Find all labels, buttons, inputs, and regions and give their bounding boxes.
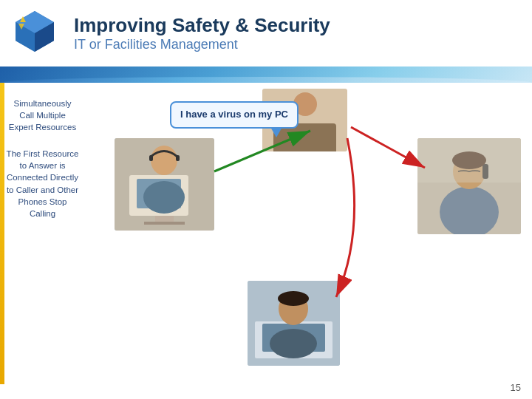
desk-person-image: [115, 138, 214, 231]
page-title: Improving Safety & Security: [74, 14, 330, 37]
sidebar-item-1: Simultaneously Call Multiple Expert Reso…: [6, 98, 79, 133]
svg-rect-20: [417, 138, 521, 183]
accent-bar: [0, 83, 4, 384]
svg-rect-13: [176, 155, 180, 161]
svg-point-26: [278, 291, 309, 306]
company-logo: [11, 7, 63, 59]
svg-rect-10: [144, 222, 185, 225]
speech-bubble: I have a virus on my PC: [170, 101, 299, 129]
diagram-area: I have a virus on my PC: [85, 83, 532, 384]
svg-point-14: [143, 181, 185, 214]
header-text: Improving Safety & Security IT or Facili…: [74, 14, 330, 52]
bottom-person-svg: [248, 281, 340, 366]
sidebar: Simultaneously Call Multiple Expert Reso…: [0, 83, 85, 384]
sidebar-item-2: The First Resource to Answer is Connecte…: [6, 148, 79, 219]
page-subtitle: IT or Facilities Management: [74, 37, 330, 52]
expert-image: [417, 138, 521, 234]
logo-icon: [11, 7, 59, 55]
main-content: Simultaneously Call Multiple Expert Reso…: [0, 83, 532, 384]
expert-svg: [417, 138, 521, 234]
svg-point-25: [270, 329, 317, 358]
desk-person-svg: [115, 138, 214, 231]
bottom-person-image: [248, 281, 340, 366]
svg-rect-12: [149, 155, 153, 161]
wave-divider: [0, 66, 532, 83]
page-number: 15: [511, 382, 521, 393]
svg-rect-9: [155, 216, 174, 222]
header: Improving Safety & Security IT or Facili…: [0, 0, 532, 66]
